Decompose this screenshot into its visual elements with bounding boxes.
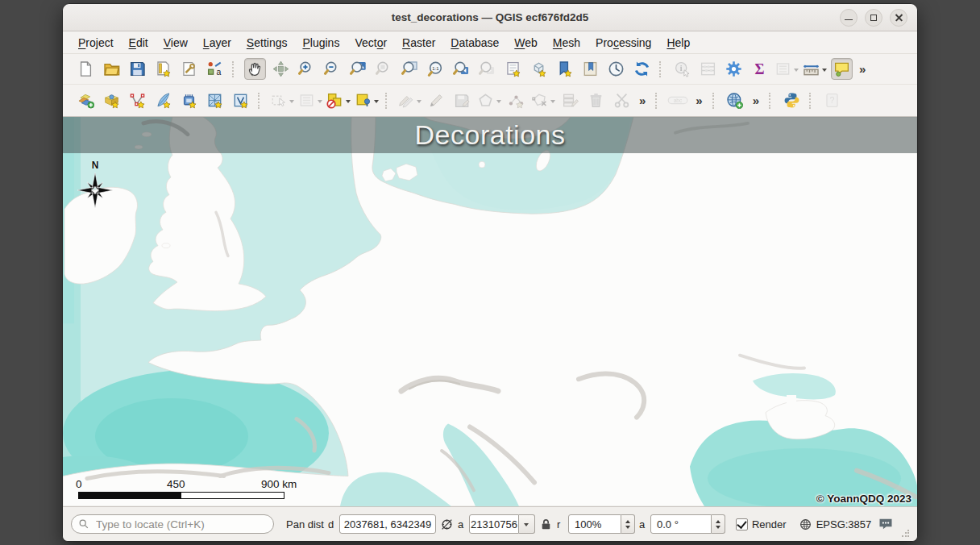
scale-dropdown-button[interactable] [519,514,535,534]
modify-attributes-button [559,89,581,111]
map-tips-button[interactable] [831,58,853,80]
lock-scale-icon[interactable] [539,518,553,531]
chevron-down-icon[interactable] [346,100,351,106]
zoom-native-button[interactable]: 1:1 [425,58,446,80]
toolbar-overflow-button[interactable]: » [636,94,649,107]
messages-button[interactable] [878,516,894,532]
crs-status[interactable]: EPSG:3857 [799,518,872,531]
minimize-button[interactable] [840,9,858,27]
map-canvas[interactable]: Decorations N 0 450 900 km © YoannQDQ 20… [63,117,917,506]
zoom-full-icon [350,60,367,77]
menu-processing[interactable]: Processing [588,34,658,52]
refresh-map-button[interactable] [631,58,653,80]
menu-view[interactable]: View [156,34,195,52]
menu-help[interactable]: Help [659,34,697,52]
close-button[interactable] [890,9,907,27]
new-mesh-layer-button[interactable] [204,89,226,111]
menu-layer[interactable]: Layer [196,34,239,52]
menu-settings[interactable]: Settings [239,34,295,52]
extent-toggle-icon[interactable] [440,518,454,531]
help-button: ? [821,89,843,111]
data-source-manager-button[interactable] [75,89,97,111]
menu-project[interactable]: Project [71,34,121,52]
render-checkbox[interactable] [736,518,748,530]
statistical-summary-button[interactable]: Σ [749,58,770,80]
chevron-down-icon[interactable] [289,100,294,106]
resize-grip[interactable] [901,530,909,538]
scale-combo[interactable]: 21310756 [469,514,519,534]
new-map-view-button[interactable] [502,58,524,80]
new-spatial-bookmark-button[interactable] [554,58,575,80]
metasearch-button[interactable] [724,89,745,111]
magnifier-spinbox[interactable]: 100% [568,514,635,534]
zoom-full-button[interactable] [347,58,369,80]
zoom-in-button[interactable] [296,58,318,80]
menu-web[interactable]: Web [507,34,545,52]
processing-toolbox-button[interactable] [723,58,745,80]
mesh-new-icon [206,92,223,109]
toolbar-overflow-button[interactable]: » [692,94,705,107]
new-print-layout-button[interactable] [152,58,174,80]
menu-edit[interactable]: Edit [122,34,156,52]
rotation-spinbox[interactable]: 0.0 ° [650,514,725,534]
chevron-down-icon[interactable] [374,100,379,106]
style-manager-button[interactable]: a [204,58,226,80]
coordinate-box[interactable]: 2037681, 6342349 [339,514,436,534]
new-shapefile-layer-button[interactable] [127,89,148,111]
menu-plugins[interactable]: Plugins [295,34,347,52]
toolbar-overflow-button[interactable]: » [856,62,869,76]
rotation-spin-buttons[interactable] [712,514,725,534]
locator-search[interactable] [71,514,274,534]
save-project-button[interactable] [127,58,148,80]
menu-database[interactable]: Database [443,34,506,52]
temporal-controller-button[interactable] [605,58,627,80]
maximize-button[interactable] [865,9,882,27]
coordinate-label-clipped: d [328,518,335,530]
select-by-location-button[interactable] [355,89,379,111]
chevron-down-icon[interactable] [822,69,827,74]
new-geopackage-layer-button[interactable] [101,89,122,111]
toolbar-separator [232,61,237,77]
zoom-last-icon [453,60,470,77]
chevron-down-icon[interactable] [496,100,501,106]
open-project-button[interactable] [101,58,122,80]
new-spatialite-layer-button[interactable] [152,89,174,111]
select-features-button [270,89,294,111]
magnifier-spin-buttons[interactable] [621,514,635,534]
title-bar[interactable]: test_decorations — QGIS ecf676fd2d5 [63,4,917,31]
deselect-features-button[interactable] [326,89,351,111]
chevron-down-icon[interactable] [550,100,555,106]
menu-vector[interactable]: Vector [347,34,394,52]
new-virtual-layer-button[interactable] [230,89,251,111]
zoom-last-button[interactable] [451,58,472,80]
zoom-to-layer-button[interactable] [399,58,421,80]
search-icon [78,518,89,530]
pan-map-button[interactable] [244,58,266,80]
spin-down-icon [625,526,630,531]
svg-text:?: ? [829,95,834,105]
zoom-out-button[interactable] [322,58,343,80]
pencil-icon [428,92,445,109]
list-lines-icon [774,60,791,77]
magnifier-value-box[interactable]: 100% [568,514,621,534]
chevron-down-icon[interactable] [794,69,799,74]
measure-button[interactable] [803,58,827,80]
delete-selected-button [585,89,607,111]
menu-mesh[interactable]: Mesh [546,34,588,52]
new-temporary-scratch-layer-button[interactable] [178,89,200,111]
save-layer-edits-button [451,89,473,111]
pan-to-selection-button[interactable] [270,58,292,80]
show-spatial-bookmarks-button[interactable] [579,58,601,80]
refresh-icon [633,60,650,77]
python-console-button[interactable] [781,89,803,111]
menu-raster[interactable]: Raster [395,34,442,52]
copyright-label: © YoannQDQ 2023 [816,493,911,505]
toolbar-overflow-button[interactable]: » [750,94,762,107]
locator-input[interactable] [94,518,267,531]
new-3d-map-view-button[interactable] [528,58,550,80]
chevron-down-icon[interactable] [417,100,421,106]
chevron-down-icon[interactable] [318,100,322,106]
show-layout-manager-button[interactable] [178,58,200,80]
rotation-value-box[interactable]: 0.0 ° [650,514,712,534]
new-project-button[interactable] [75,58,97,80]
